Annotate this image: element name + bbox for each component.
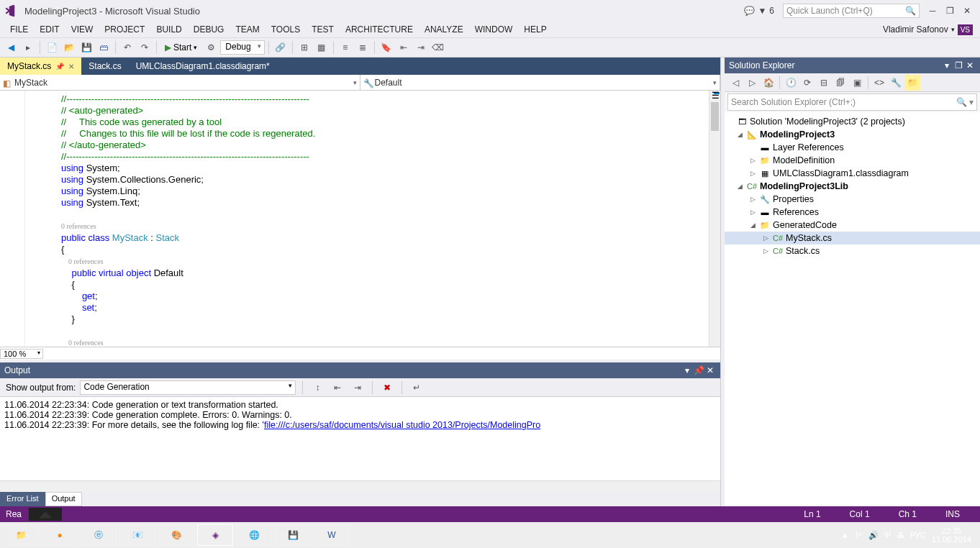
menu-tools[interactable]: TOOLS <box>266 23 306 36</box>
menu-project[interactable]: PROJECT <box>99 23 150 36</box>
menu-analyze[interactable]: ANALYZE <box>419 23 469 36</box>
tab-error-list[interactable]: Error List <box>0 492 45 506</box>
taskbar-paint[interactable]: 🎨 <box>158 524 194 546</box>
tab-mystack[interactable]: MyStack.cs 📌 ✕ <box>0 58 81 75</box>
config-dropdown[interactable]: Debug <box>220 40 264 55</box>
code-content[interactable]: //--------------------------------------… <box>25 91 709 347</box>
sol-fwd-button[interactable]: ▷ <box>744 75 760 91</box>
taskbar-ie[interactable]: ⓔ <box>81 524 117 546</box>
menu-file[interactable]: FILE <box>4 23 34 36</box>
new-dialog-button[interactable]: ⊞ <box>296 40 312 55</box>
output-body[interactable]: 11.06.2014 22:23:34: Code generation or … <box>0 397 720 480</box>
menu-debug[interactable]: DEBUG <box>188 23 230 36</box>
prev-msg-button[interactable]: ⇤ <box>330 380 345 396</box>
clear-output-button[interactable]: ✖ <box>379 380 395 396</box>
next-msg-button[interactable]: ⇥ <box>350 380 366 396</box>
debug-target-button[interactable]: ⚙ <box>203 40 219 55</box>
sol-preview-button[interactable]: ▣ <box>849 75 865 91</box>
sol-back-button[interactable]: ◁ <box>727 75 743 91</box>
prev-bookmark-button[interactable]: ⇤ <box>396 40 412 55</box>
sol-showall-button[interactable]: 🗐 <box>832 75 848 91</box>
sol-open-button[interactable]: 📁 <box>904 75 920 91</box>
tree-modeldef[interactable]: ▷📁ModelDefinition <box>725 154 980 167</box>
sol-properties-button[interactable]: 🔧 <box>888 75 904 91</box>
taskbar-chrome[interactable]: 🌐 <box>236 524 272 546</box>
tree-project1[interactable]: ◢📐ModelingProject3 <box>725 128 980 141</box>
editor-scrollbar[interactable] <box>709 91 720 347</box>
tray-network-icon[interactable]: 🖧 <box>897 531 904 539</box>
layout-button[interactable]: ▦ <box>314 40 330 55</box>
tab-output[interactable]: Output <box>45 492 82 506</box>
redo-button[interactable]: ↷ <box>137 40 153 55</box>
panel-pin-icon[interactable]: 📌 <box>693 365 704 375</box>
sol-sync-button[interactable]: ⟳ <box>799 75 815 91</box>
taskbar-outlook[interactable]: 📧 <box>119 524 155 546</box>
sol-refresh-button[interactable]: 🕐 <box>783 75 799 91</box>
taskbar-word[interactable]: W <box>314 524 350 546</box>
save-button[interactable]: 💾 <box>78 40 94 55</box>
zoom-dropdown[interactable]: 100 % <box>0 349 43 359</box>
menu-build[interactable]: BUILD <box>150 23 187 36</box>
tray-volume-icon[interactable]: 🔊 <box>868 531 879 540</box>
output-log-link[interactable]: file:///c:/users/saf/documents/visual st… <box>264 420 540 430</box>
tray-arrow-icon[interactable]: ▲ <box>841 531 849 539</box>
sol-collapse-button[interactable]: ⊟ <box>816 75 832 91</box>
tree-solution[interactable]: 🗔Solution 'ModelingProject3' (2 projects… <box>725 115 980 128</box>
output-hscroll[interactable] <box>0 480 720 492</box>
tree-gencode[interactable]: ◢📁GeneratedCode <box>725 219 980 232</box>
type-dropdown[interactable]: ◧ MyStack <box>0 75 360 90</box>
solexp-search-input[interactable]: Search Solution Explorer (Ctrl+;) 🔍 ▾ <box>727 93 977 111</box>
panel-close-icon[interactable]: ✕ <box>704 365 716 375</box>
code-editor[interactable]: //--------------------------------------… <box>0 91 720 347</box>
next-bookmark-button[interactable]: ⇥ <box>413 40 429 55</box>
sol-home-button[interactable]: 🏠 <box>761 75 776 91</box>
member-dropdown[interactable]: 🔧 Default <box>360 75 721 90</box>
system-tray[interactable]: ▲ 🏳 🔊 Ψ 🖧 РУС 22:35 11.06.2014 <box>841 526 977 544</box>
notifications[interactable]: 💬 ▼6 <box>744 6 774 16</box>
tray-action-icon[interactable]: 🏳 <box>855 531 863 539</box>
menu-test[interactable]: TEST <box>306 23 340 36</box>
tab-stack[interactable]: Stack.cs <box>81 58 128 75</box>
comment-button[interactable]: ≡ <box>337 40 353 55</box>
start-debug-button[interactable]: ▶ Start ▾ <box>160 41 201 54</box>
scrollbar-thumb[interactable] <box>711 102 719 131</box>
split-handle[interactable]: ☰ <box>712 91 720 99</box>
panel-dropdown-icon[interactable]: ▾ <box>681 365 693 375</box>
tray-clock[interactable]: 22:35 11.06.2014 <box>932 526 971 544</box>
menu-view[interactable]: VIEW <box>65 23 99 36</box>
menu-window[interactable]: WINDOW <box>469 23 519 36</box>
wordwrap-button[interactable]: ↵ <box>409 380 425 396</box>
undo-button[interactable]: ↶ <box>119 40 135 55</box>
menu-team[interactable]: TEAM <box>230 23 265 36</box>
quick-launch-input[interactable]: Quick Launch (Ctrl+Q) 🔍 <box>783 4 920 18</box>
restore-button[interactable]: ❐ <box>941 3 958 19</box>
open-button[interactable]: 📂 <box>61 40 77 55</box>
tree-properties[interactable]: ▷🔧Properties <box>725 193 980 206</box>
tree-uml[interactable]: ▷▦UMLClassDiagram1.classdiagram <box>725 167 980 180</box>
taskbar-explorer[interactable]: 📁 <box>3 524 39 546</box>
tray-lang[interactable]: РУС <box>910 531 926 539</box>
user-menu[interactable]: Vladimir Safonov▾ VS <box>883 24 976 35</box>
browser-link-button[interactable]: 🔗 <box>273 40 289 55</box>
nav-fwd-button[interactable]: ▸ <box>20 40 36 55</box>
goto-button[interactable]: ↕ <box>309 380 325 396</box>
tree-references[interactable]: ▷▬References <box>725 206 980 219</box>
pin-icon[interactable]: 📌 <box>55 63 64 70</box>
menu-help[interactable]: HELP <box>518 23 552 36</box>
tree-layer-refs[interactable]: ▬Layer References <box>725 141 980 154</box>
output-source-dropdown[interactable]: Code Generation <box>80 380 296 395</box>
solexp-restore-icon[interactable]: ❐ <box>953 60 964 70</box>
solexp-menu-icon[interactable]: ▾ <box>941 60 953 70</box>
tab-uml[interactable]: UMLClassDiagram1.classdiagram* <box>129 58 277 75</box>
minimize-button[interactable]: ─ <box>924 3 941 19</box>
close-button[interactable]: ✕ <box>958 3 976 19</box>
tree-stack-cs[interactable]: ▷C#Stack.cs <box>725 245 980 257</box>
menu-architecture[interactable]: ARCHITECTURE <box>340 23 419 36</box>
tree-project2[interactable]: ◢C#ModelingProject3Lib <box>725 180 980 193</box>
tray-usb-icon[interactable]: Ψ <box>884 531 891 539</box>
new-project-button[interactable]: 📄 <box>44 40 60 55</box>
taskbar-app2[interactable]: ● <box>42 524 78 546</box>
save-all-button[interactable]: 🗃 <box>96 40 112 55</box>
close-tab-icon[interactable]: ✕ <box>68 63 74 70</box>
taskbar-save[interactable]: 💾 <box>275 524 311 546</box>
